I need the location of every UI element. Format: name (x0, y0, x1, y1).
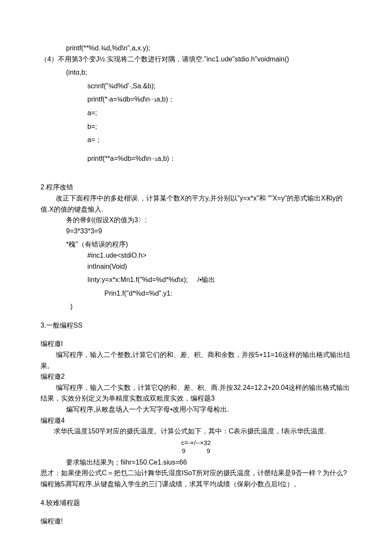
prog-task-5-desc: 编程施5凋写程序,从键盘输入学生的三门课成绩，求其平均成绩（保刷小数点后I位）。 (40, 479, 352, 490)
problem-4-text: （4）不用第3个变J½.实现将二个数进行对隅，请填空."inc1.ude"std… (40, 54, 352, 65)
example-label: 务的帚剑(假设X的值为3〉: (40, 215, 352, 226)
section-2-title: 2.程序改错 (40, 182, 352, 193)
code-line: printf(**%d.¾d,%d\n",a,x.y); (40, 43, 352, 54)
code-line: b=; (40, 121, 352, 132)
prog-task-1-desc: 编写程序，输入二个整数,计算它们的和、差、积、商和余数，并按5+11=16这样的… (40, 349, 352, 371)
section-4-title: 4.较难埔程题 (40, 497, 352, 509)
code-line: scnnf("¾d%d'·,Sa.&b); (40, 81, 352, 92)
example-output: 9=3*33*3=9 (40, 226, 352, 237)
prog-task-2-desc: 编写程序，输入二个实数，计算它Q的和、差、枳、商.并按32.24=12.2+20… (40, 382, 352, 404)
prog-task-4-title: 编程邀4 (40, 415, 352, 426)
code-line: a=; (40, 108, 352, 119)
prog-task-1-title: 编程邀I (40, 338, 352, 349)
expected-output: 要求输出结果为；fiihr=150.Ce1.sius=66 (40, 457, 352, 468)
code-line: a=； (40, 134, 352, 145)
bad-source-label: *槐"（有错误的程序) (40, 239, 352, 250)
code-line: Prin1.f("d*%d=%d".y1: (40, 288, 352, 299)
code-line: printf(**a=%db=%d\n··₁a,b)： (40, 153, 352, 164)
code-line: (intα,b; (40, 67, 352, 78)
prog-task-2-title: 编程邀2 (40, 371, 352, 382)
section-3-title: 3.一般编程SS (40, 320, 352, 331)
formula-line-1: c=-×/--×32 (40, 439, 352, 447)
formula-line-2: 9 9 (40, 447, 352, 455)
code-line: #inc1.ude<stdiO.h> (40, 250, 352, 261)
thinking-prompt: 思才：如果使用公式C＝把乜二汕计舞华氏湿度ISoT所对应的摄氏温度，计罄结果是9… (40, 468, 352, 479)
section-2-desc: 改正下面程序中的多处楷误.，计算某个数X的平方y,并分别以"y=x*x"和 ″"… (40, 193, 352, 215)
prog-task-3-desc: 煸写程序,从畋盘场入一个大写字母•改用小写字母检出. (40, 404, 352, 415)
code-line: ) (40, 301, 352, 312)
prog-hard-task-title: 编程邀! (40, 516, 352, 527)
formula-block: c=-×/--×32 9 9 (40, 439, 352, 455)
code-line: printf(*·a=¾db=%d\n··₁a,b)： (40, 94, 352, 105)
code-line: Iinty:y=x*x:Mn1.f("%d=%d*%d\x); /•输出 (40, 274, 352, 285)
code-line: intInain(Void) (40, 261, 352, 272)
prog-task-4-desc: 求华氏温度150竽对应的摄氏温度。计算公式如下，其中：C表示摄氏温度，f表示华氏… (40, 426, 352, 437)
